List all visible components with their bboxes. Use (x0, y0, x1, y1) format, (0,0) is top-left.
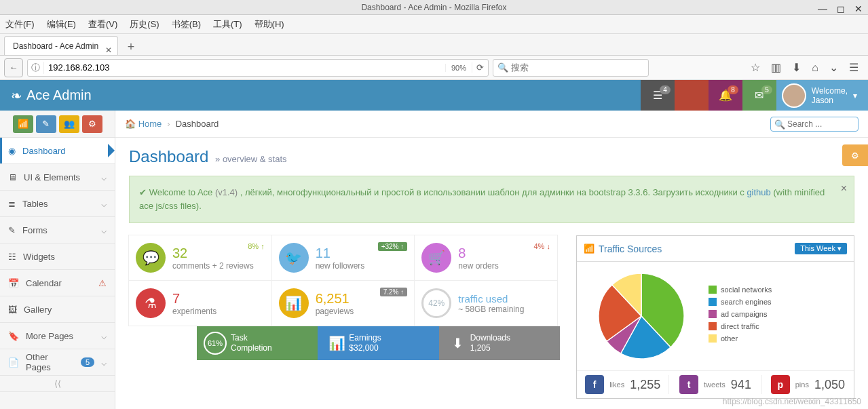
menu-tools[interactable]: 工具(T) (213, 18, 242, 31)
button-line2: $32,000 (349, 343, 381, 353)
infobox: 42%traffic used~ 58GB remaining (414, 280, 558, 326)
watermark: https://blog.csdn.net/weixin_43311650 (723, 397, 861, 406)
nav-label: Widgets (23, 252, 55, 262)
sidebar-item-widgets[interactable]: ☷Widgets (0, 244, 115, 270)
sidebar-item-tables[interactable]: ≣Tables⌵ (0, 191, 115, 217)
downloads-icon[interactable]: ⬇ (792, 61, 801, 74)
stat: 8% ↑ (248, 242, 264, 250)
nav-label: Gallery (24, 305, 52, 315)
infobox-label: ~ 58GB remaining (458, 305, 524, 314)
user-menu[interactable]: Welcome, Jason ▾ (776, 80, 868, 111)
stat-badge: +32% ↑ (378, 242, 408, 250)
big-button[interactable]: 📊Earnings$32,000 (318, 326, 438, 360)
hamburger-icon[interactable]: ☰ (849, 61, 858, 74)
leaf-icon: ❧ (11, 87, 22, 104)
legend-item: search engines (709, 298, 772, 306)
alert-close-icon[interactable]: × (841, 182, 847, 195)
menu-edit[interactable]: 编辑(E) (47, 18, 76, 31)
social-icon: t (679, 375, 698, 394)
sidebar-item-calendar[interactable]: 📅Calendar⚠ (0, 270, 115, 296)
sidebar-item-other-pages[interactable]: 📄Other Pages5⌵ (0, 349, 115, 376)
shortcut-edit[interactable]: ✎ (36, 115, 56, 133)
shortcut-settings[interactable]: ⚙ (82, 115, 102, 133)
tasks-button[interactable]: ☰ 4 (641, 80, 675, 111)
reload-icon[interactable]: ⟳ (472, 62, 488, 73)
close-icon[interactable]: ✕ (854, 1, 863, 16)
button-line1: Task (231, 333, 272, 343)
sidebar-collapse[interactable]: ⟨⟨ (0, 376, 115, 392)
legend-item: ad campaigns (709, 310, 772, 318)
infobox-label: comments + 2 reviews (172, 261, 254, 271)
legend-swatch (709, 310, 717, 318)
maximize-icon[interactable]: ◻ (837, 1, 845, 16)
url-input[interactable] (44, 62, 445, 73)
zoom-level[interactable]: 90% (445, 64, 472, 72)
big-button[interactable]: 61%TaskCompletion (197, 326, 318, 360)
sidebar-item-ui-elements[interactable]: 🖥UI & Elements⌵ (0, 164, 115, 191)
infobox-icon: 📊 (279, 288, 309, 318)
mail-button[interactable]: ✉ 5 (742, 80, 776, 111)
welcome-alert: × ✔ Welcome to Ace (v1.4) , лёгкий, мног… (129, 176, 854, 223)
search-icon: 🔍 (774, 119, 785, 130)
chevron-down-icon: ⌵ (101, 357, 107, 368)
legend-swatch (709, 322, 717, 330)
shortcut-stats[interactable]: 📶 (13, 115, 33, 133)
infoboxes: 💬32comments + 2 reviews8% ↑🐦11new follow… (129, 235, 560, 326)
brand-text: Ace Admin (26, 87, 92, 103)
legend-swatch (709, 298, 717, 306)
legend-swatch (709, 334, 717, 343)
home-icon[interactable]: ⌂ (812, 62, 818, 74)
legend-item: direct traffic (709, 322, 772, 330)
site-info-icon[interactable]: ⓘ (28, 62, 44, 74)
os-titlebar: Dashboard - Ace Admin - Mozilla Firefox … (0, 0, 868, 15)
big-buttons: 61%TaskCompletion📊Earnings$32,000⬇Downlo… (129, 326, 560, 360)
infobox-icon: 🛒 (421, 243, 451, 273)
chevron-down-icon: ⌵ (101, 225, 107, 235)
infobox-number: 6,251 (316, 291, 354, 307)
library-icon[interactable]: ▥ (771, 61, 781, 74)
menu-view[interactable]: 查看(V) (88, 18, 117, 31)
menu-file[interactable]: 文件(F) (5, 18, 35, 31)
settings-cog-button[interactable]: ⚙ (842, 144, 868, 166)
pocket-icon[interactable]: ⌄ (829, 61, 838, 74)
nav-icon: ✎ (8, 225, 16, 235)
brand[interactable]: ❧ Ace Admin (0, 87, 102, 104)
shortcut-users[interactable]: 👥 (59, 115, 79, 133)
menu-help[interactable]: 帮助(H) (254, 18, 284, 31)
period-select[interactable]: This Week ▾ (795, 243, 847, 254)
search-input[interactable] (511, 62, 644, 73)
back-button[interactable]: ← (4, 58, 23, 77)
window-title: Dashboard - Ace Admin - Mozilla Firefox (361, 3, 506, 12)
sidebar-item-more-pages[interactable]: 🔖More Pages⌵ (0, 323, 115, 349)
menu-bookmarks[interactable]: 书签(B) (172, 18, 201, 31)
alert-ace: Ace (197, 187, 212, 197)
button-line1: Earnings (349, 333, 381, 343)
nav-icon: ☷ (8, 252, 16, 262)
infobox: 🐦11new followers+32% ↑ (271, 235, 415, 281)
nav-icon: 📄 (8, 357, 19, 368)
alert-github-link[interactable]: github (747, 187, 770, 197)
home-icon: 🏠 (125, 119, 136, 129)
nav-label: UI & Elements (24, 172, 80, 182)
traffic-widget: 📶 Traffic Sources This Week ▾ social net… (576, 235, 854, 399)
breadcrumb-home[interactable]: Home (138, 119, 162, 129)
nav-icon: 📅 (8, 278, 19, 288)
progress-circle: 61% (204, 332, 227, 355)
tab-close-icon[interactable]: ✕ (105, 41, 112, 60)
social-number: 1,050 (814, 378, 845, 392)
search-bar[interactable]: 🔍 (493, 59, 649, 77)
search-icon: 🔍 (497, 62, 508, 73)
sidebar-item-dashboard[interactable]: ◉Dashboard (0, 138, 115, 164)
big-button[interactable]: ⬇Downloads1,205 (439, 326, 560, 360)
new-tab-button[interactable]: + (121, 39, 141, 55)
browser-tab[interactable]: Dashboard - Ace Admin ✕ (4, 36, 118, 55)
bookmark-star-icon[interactable]: ☆ (751, 61, 760, 74)
menu-history[interactable]: 历史(S) (130, 18, 159, 31)
sidebar-item-gallery[interactable]: 🖼Gallery (0, 296, 115, 323)
social-stat: ttweets941 (669, 375, 761, 394)
address-bar[interactable]: ⓘ 90% ⟳ (27, 59, 489, 77)
notifications-button[interactable] (675, 80, 709, 111)
sidebar-item-forms[interactable]: ✎Forms⌵ (0, 217, 115, 244)
minimize-icon[interactable]: — (818, 1, 827, 16)
notif-button[interactable]: 🔔 8 (709, 80, 742, 111)
